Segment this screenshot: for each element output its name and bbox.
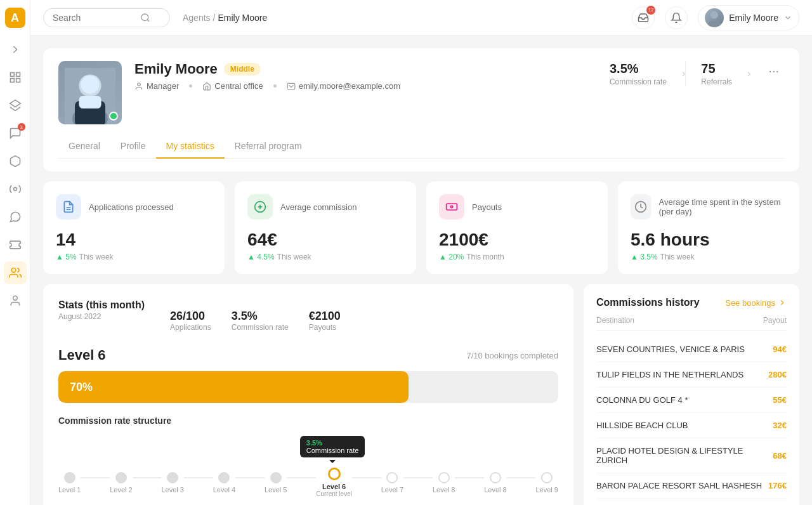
level-node-2: Level 2	[110, 472, 132, 494]
search-box[interactable]	[43, 8, 170, 27]
payouts-value: 2100€	[439, 230, 595, 250]
profile-card: Emily Moore Middle Manager Central offic…	[43, 48, 799, 171]
breadcrumb-sep: /	[213, 13, 216, 23]
avatar	[705, 8, 724, 27]
svg-point-7	[13, 296, 17, 301]
commission-dest-6: BARON PALACE RESORT SAHL HASHESH	[596, 481, 762, 490]
level-label-1: Level 1	[58, 486, 81, 494]
level-node-4: Level 4	[213, 472, 235, 494]
online-indicator	[109, 112, 118, 121]
commission-change-label: This week	[277, 253, 311, 261]
sidebar-item-integrations[interactable]	[4, 178, 27, 200]
referrals-stat[interactable]: 75 Referrals	[686, 62, 747, 86]
sidebar-item-agents[interactable]	[4, 261, 27, 284]
applications-change-pct: ▲ 5%	[56, 253, 77, 261]
levels-row: Level 1 Level 2 Level 3	[58, 468, 558, 497]
left-panel: Stats (this month) August 2022 26/100 Ap…	[43, 284, 573, 505]
sidebar-item-messages[interactable]: 3	[4, 122, 27, 145]
commission-icon	[247, 194, 273, 220]
svg-point-6	[11, 268, 16, 273]
tab-general[interactable]: General	[58, 134, 110, 159]
referrals-value: 75	[701, 62, 715, 76]
level-label-6: Level 6	[322, 483, 346, 490]
profile-info: Emily Moore Middle Manager Central offic…	[134, 61, 597, 93]
stats-commission-value: 3.5%	[232, 310, 289, 323]
commission-payout-4: 32€	[773, 421, 787, 430]
level-node-5: Level 5	[265, 472, 287, 494]
tooltip-label: Commission rate	[306, 447, 359, 454]
applications-title: Applications processed	[89, 202, 174, 212]
stat-card-header: Applications processed	[56, 194, 212, 220]
profile-office: Central office	[202, 81, 263, 91]
sidebar-item-layers[interactable]	[4, 94, 27, 117]
profile-name: Emily Moore	[134, 61, 218, 77]
commission-row-3: COLONNA DU GOLF 4 * 55€	[596, 388, 787, 413]
svg-line-9	[147, 20, 149, 22]
sidebar-expand[interactable]	[4, 38, 27, 61]
commission-dest-3: COLONNA DU GOLF 4 *	[596, 395, 688, 405]
stat-card-header3: Payouts	[439, 194, 595, 220]
level-line-8	[455, 477, 484, 478]
stats-cards-row: Applications processed 14 ▲ 5% This week…	[43, 181, 799, 274]
tab-referral[interactable]: Referral program	[225, 134, 312, 159]
commission-row-5: PLACID HOTEL DESIGN & LIFESTYLE ZURICH 6…	[596, 438, 787, 473]
commissions-list: SEVEN COUNTRIES, VENICE & PARIS 94€ TULI…	[596, 337, 787, 499]
level-line-2	[133, 477, 162, 478]
more-options-button[interactable]: ···	[763, 61, 784, 81]
stats-month-date: August 2022	[58, 312, 145, 321]
commission-rate-title: Commission rate structure	[58, 416, 558, 426]
payouts-change: ▲ 20% This month	[439, 253, 595, 261]
sidebar-item-dashboard[interactable]	[4, 66, 27, 89]
sidebar-item-tickets[interactable]	[4, 233, 27, 256]
time-change-pct: ▲ 3.5%	[631, 253, 658, 261]
notification-button[interactable]	[665, 6, 688, 29]
level-label-7: Level 7	[381, 486, 403, 494]
inbox-button[interactable]: 12	[632, 6, 655, 29]
header-right: 12 Emily Moore	[632, 5, 799, 30]
sidebar-item-chat[interactable]	[4, 206, 27, 228]
sidebar-item-packages[interactable]	[4, 150, 27, 173]
right-panel: Commissions history See bookings Destina…	[584, 284, 799, 505]
profile-role: Manager	[134, 81, 179, 91]
level-circle-1	[64, 472, 75, 483]
svg-point-11	[708, 20, 721, 27]
commission-stat[interactable]: 3.5% Commission rate	[610, 62, 682, 86]
messages-badge: 3	[18, 123, 25, 131]
breadcrumb-base[interactable]: Agents	[183, 13, 211, 23]
see-bookings-link[interactable]: See bookings	[725, 298, 787, 308]
search-input[interactable]	[53, 13, 135, 23]
sidebar-item-users[interactable]	[4, 289, 27, 312]
main-content: Agents / Emily Moore 12 Emily Moore	[30, 0, 812, 505]
level-node-1: Level 1	[58, 472, 81, 494]
content-area: Emily Moore Middle Manager Central offic…	[30, 36, 812, 505]
payouts-change-pct: ▲ 20%	[439, 253, 464, 261]
level-node-9: Level 9	[535, 472, 558, 494]
svg-marker-4	[10, 100, 20, 107]
time-change-label: This week	[660, 253, 695, 261]
level-bookings: 7/10 bookings completed	[466, 351, 558, 360]
stats-commission-rate: 3.5% Commission rate	[232, 310, 289, 332]
tab-profile[interactable]: Profile	[110, 134, 156, 159]
header: Agents / Emily Moore 12 Emily Moore	[30, 0, 812, 36]
stats-apps-value: 26/100	[170, 310, 211, 323]
level-circle-3	[167, 472, 178, 483]
level-circle-9	[541, 472, 553, 483]
stat-card-header2: Average commission	[247, 194, 403, 220]
stats-month-title: Stats (this month)	[58, 299, 145, 311]
profile-level-badge: Middle	[224, 63, 261, 75]
col-destination: Destination	[596, 316, 634, 325]
app-logo[interactable]: A	[5, 8, 25, 28]
svg-point-15	[81, 75, 100, 94]
commission-change-pct: ▲ 4.5%	[247, 253, 275, 261]
level-circle-2	[115, 472, 127, 483]
level-line-1	[81, 477, 110, 478]
breadcrumb-current: Emily Moore	[218, 13, 267, 23]
referrals-label: Referrals	[701, 77, 732, 86]
payouts-icon	[439, 194, 464, 220]
chevron-down-icon	[783, 13, 792, 22]
time-icon	[631, 194, 652, 220]
commission-dest-5: PLACID HOTEL DESIGN & LIFESTYLE ZURICH	[596, 446, 773, 465]
tab-my-statistics[interactable]: My statistics	[156, 134, 225, 159]
user-menu[interactable]: Emily Moore	[698, 5, 799, 30]
level-line-8b	[507, 477, 536, 478]
